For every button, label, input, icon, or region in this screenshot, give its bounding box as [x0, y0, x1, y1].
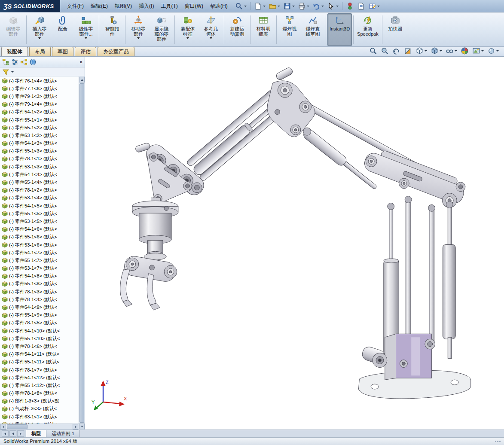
tree-item[interactable]: (-) 零件54-1<9> (默认< — [0, 303, 79, 311]
rebuild-button[interactable] — [345, 1, 355, 11]
zoom-fit-button[interactable] — [368, 46, 378, 55]
view-orientation-button[interactable] — [415, 46, 428, 55]
configurationmanager-icon[interactable] — [20, 58, 27, 66]
tree-item[interactable]: (-) 零件78-1<8> (默认< — [0, 390, 79, 397]
tree-item[interactable]: (-) 零件55-1<11> (默认< — [0, 358, 79, 366]
propertymanager-icon[interactable] — [11, 58, 18, 66]
explode-line-sketch-button[interactable]: 爆炸直 线草图 — [301, 13, 324, 46]
filter-dropdown-caret[interactable] — [11, 71, 14, 73]
tree-item[interactable]: (-) 零件78-1<4> (默认< — [0, 296, 79, 303]
previous-view-button[interactable] — [391, 46, 401, 55]
tree-item[interactable]: (-) 零件63-1<1> (默认< — [0, 413, 79, 421]
exploded-view-button[interactable]: 爆炸视 图 — [278, 13, 301, 46]
menu-item[interactable]: 编辑(E) — [87, 1, 111, 12]
tree-item[interactable]: (-) 零件54-1<7> (默认< — [0, 249, 79, 256]
tree-item[interactable]: (-) 零件79-1<3> (默认< — [0, 92, 79, 100]
print-button[interactable] — [296, 1, 311, 11]
tree-item[interactable]: (-) 零件76-1<4> (默认< — [0, 77, 79, 85]
tree-item[interactable]: (-) 零件55-1<2> (默认< — [0, 124, 79, 131]
prev-tab-button[interactable] — [9, 430, 16, 437]
first-tab-button[interactable] — [2, 430, 9, 437]
new-motion-study-button[interactable]: 新建运 动算例 — [226, 13, 249, 46]
tree-item[interactable]: (-) 零件55-1<6> (默认< — [0, 233, 79, 241]
tab-office-products[interactable]: 办公室产品 — [98, 47, 134, 56]
mate-button[interactable]: 配合 — [51, 13, 74, 46]
update-speedpak-button[interactable]: 更新 Speedpak — [355, 13, 381, 46]
bom-button[interactable]: 材料明 细表 — [252, 13, 275, 46]
menu-item[interactable]: 视图(V) — [111, 1, 135, 12]
tree-item[interactable]: (-) 零件53-1<4> (默认< — [0, 194, 79, 202]
file-properties-button[interactable] — [356, 1, 367, 11]
graphics-area[interactable]: Z X Y — [85, 57, 504, 430]
tree-item[interactable]: (-) 零件78-1<7> (默认< — [0, 366, 79, 374]
tree-item[interactable]: (-) 零件53-1<2> (默认< — [0, 131, 79, 139]
select-button[interactable] — [326, 1, 340, 11]
reference-geometry-button[interactable]: 参考几 何体 — [199, 13, 223, 46]
apply-scene-button[interactable] — [471, 46, 485, 55]
instant3d-button[interactable]: Instant3D — [327, 13, 352, 46]
linear-pattern-button[interactable]: 线性零 部件... — [74, 13, 98, 46]
tree-item[interactable]: (-) 零件54-1<2> (默认< — [0, 108, 79, 116]
tree-horizontal-scrollbar[interactable] — [0, 424, 79, 430]
scroll-up-button[interactable] — [79, 77, 85, 82]
tree-item[interactable]: (-) 零件55-1<5> (默认< — [0, 210, 79, 217]
menu-item[interactable]: 文件(F) — [64, 1, 87, 12]
tree-item[interactable]: (-) 零件54-1<4> (默认< — [0, 171, 79, 178]
tree-item[interactable]: (-) 零件54-1<5> (默认< — [0, 202, 79, 210]
display-style-button[interactable] — [430, 46, 443, 55]
tree-item[interactable]: (-) 气动杆-3<3> (默认< — [0, 405, 79, 413]
panel-expand-chevron[interactable]: » — [79, 59, 82, 65]
tree-vertical-scrollbar[interactable] — [79, 76, 85, 430]
tree-item[interactable]: (-) 零件64-1<1> (默认< — [0, 421, 79, 424]
tree-item[interactable]: (-) 零件53-1<6> (默认< — [0, 241, 79, 249]
tree-item[interactable]: (-) 零件78-1<6> (默认< — [0, 342, 79, 350]
assembly-features-button[interactable]: 装配体 特征 — [176, 13, 199, 46]
next-tab-button[interactable] — [17, 430, 24, 437]
tree-item[interactable]: (-) 零件55-1<1> (默认< — [0, 116, 79, 124]
view-settings-button[interactable] — [486, 46, 500, 55]
undo-button[interactable] — [311, 1, 325, 11]
tree-item[interactable]: (-) 零件78-1<2> (默认< — [0, 186, 79, 194]
new-document-button[interactable] — [253, 1, 267, 11]
tree-item[interactable]: (-) 零件53-1<7> (默认< — [0, 265, 79, 272]
scroll-down-button[interactable] — [79, 424, 85, 429]
featuremanager-tree-icon[interactable] — [2, 58, 9, 66]
open-button[interactable] — [267, 1, 281, 11]
menu-item[interactable]: 工具(T) — [157, 1, 181, 12]
horizontal-scroll-thumb[interactable] — [7, 424, 27, 429]
move-component-button[interactable]: 移动零 部件 — [127, 13, 150, 46]
tree-item[interactable]: (-) 零件53-1<5> (默认< — [0, 217, 79, 225]
tab-motion-study-1[interactable]: 运动算例 1 — [46, 430, 80, 437]
menu-item[interactable]: 窗口(W) — [181, 1, 207, 12]
scroll-left-button[interactable] — [0, 424, 6, 430]
save-button[interactable] — [282, 1, 296, 11]
tree-item[interactable]: (-) 零件54-1<10> (默认< — [0, 327, 79, 335]
tree-item[interactable]: (-) 零件54-1<6> (默认< — [0, 226, 79, 233]
tree-item[interactable]: (-) 零件78-1<1> (默认< — [0, 155, 79, 163]
options-button[interactable] — [367, 1, 381, 11]
smart-fasteners-button[interactable]: 智能扣 件 — [101, 13, 124, 46]
tree-item[interactable]: (-) 零件54-1<8> (默认< — [0, 272, 79, 280]
edit-component-button[interactable]: 编辑零 部件 — [2, 13, 25, 46]
zoom-area-button[interactable] — [380, 46, 390, 55]
tree-item[interactable]: (-) 零件55-1<10> (默认< — [0, 335, 79, 342]
show-hidden-components-button[interactable]: 显示隐 藏的零 部件 — [150, 13, 173, 46]
tree-item[interactable]: (-) 零件78-1<5> (默认< — [0, 319, 79, 327]
section-view-button[interactable] — [403, 46, 413, 55]
tree-item[interactable]: (-) 零件55-1<4> (默认< — [0, 178, 79, 186]
displaymanager-icon[interactable] — [29, 58, 37, 66]
tab-layout[interactable]: 布局 — [29, 47, 51, 56]
filter-funnel-icon[interactable] — [2, 68, 9, 76]
edit-appearance-button[interactable] — [460, 46, 470, 55]
tree-item[interactable]: (-) 零件54-1<11> (默认< — [0, 351, 79, 358]
tree-item[interactable]: (-) 零件54-1<3> (默认< — [0, 140, 79, 147]
tree-item[interactable]: (-) 零件54-1<12> (默认< — [0, 374, 79, 381]
scroll-right-button[interactable] — [73, 424, 78, 430]
menu-item[interactable]: 插入(I) — [135, 1, 157, 12]
tree-item[interactable]: (-) 零件78-1<3> (默认< — [0, 288, 79, 296]
tree-item[interactable]: (-) 零件55-1<12> (默认< — [0, 381, 79, 389]
hide-show-items-button[interactable] — [445, 46, 458, 55]
tree-item[interactable]: (-) 零件55-1<9> (默认< — [0, 311, 79, 319]
tab-model[interactable]: 模型 — [26, 430, 46, 437]
take-snapshot-button[interactable]: 拍快照 — [384, 13, 407, 46]
